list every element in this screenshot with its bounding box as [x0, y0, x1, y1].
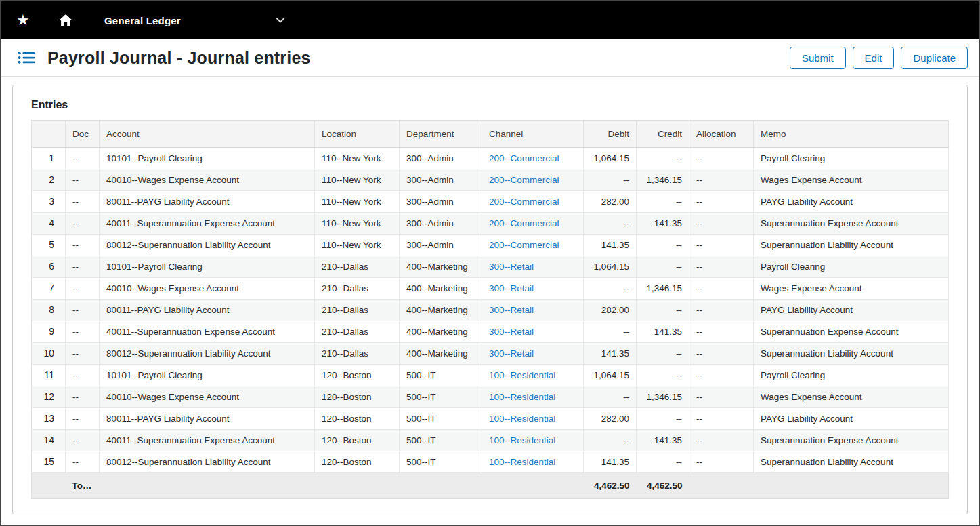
total-spacer-cell [400, 473, 482, 499]
list-icon[interactable] [18, 51, 35, 64]
channel-link[interactable]: 200--Commercial [489, 197, 559, 207]
total-debit: 4,462.50 [584, 473, 637, 499]
page-title: Payroll Journal - Journal entries [47, 48, 311, 68]
column-header-credit: Credit [637, 121, 689, 148]
location-cell: 120--Boston [315, 408, 400, 430]
allocation-cell: -- [689, 365, 754, 386]
channel-link[interactable]: 300--Retail [489, 327, 534, 337]
channel-link[interactable]: 100--Residential [489, 392, 555, 402]
doc-cell: -- [66, 300, 100, 321]
entries-table: DocAccountLocationDepartmentChannelDebit… [31, 120, 949, 499]
channel-link[interactable]: 100--Residential [489, 457, 555, 467]
channel-cell: 200--Commercial [482, 213, 584, 235]
entry-row: 8--80011--PAYG Liability Account210--Dal… [32, 300, 949, 321]
credit-cell: -- [637, 191, 689, 213]
home-icon[interactable] [58, 14, 73, 27]
channel-cell: 300--Retail [482, 343, 584, 365]
total-credit: 4,462.50 [637, 473, 689, 499]
num-cell: 4 [32, 213, 66, 235]
channel-cell: 100--Residential [482, 408, 584, 430]
credit-cell: -- [637, 148, 689, 169]
doc-cell: -- [66, 148, 100, 169]
department-cell: 500--IT [400, 408, 482, 430]
doc-cell: -- [66, 278, 100, 300]
allocation-cell: -- [689, 169, 754, 191]
entries-section-title: Entries [31, 99, 949, 111]
credit-cell: -- [637, 408, 689, 430]
department-cell: 500--IT [400, 430, 482, 451]
total-label: Total [66, 473, 100, 499]
memo-cell: Payroll Clearing [754, 148, 949, 169]
channel-link[interactable]: 200--Commercial [489, 218, 559, 228]
num-cell: 6 [32, 256, 66, 278]
channel-cell: 200--Commercial [482, 235, 584, 256]
memo-cell: Superannuation Liability Account [754, 451, 949, 473]
department-cell: 400--Marketing [400, 256, 482, 278]
channel-link[interactable]: 300--Retail [489, 262, 534, 272]
account-cell: 40011--Superannuation Expense Account [100, 430, 315, 451]
doc-cell: -- [66, 321, 100, 343]
num-cell: 12 [32, 386, 66, 408]
debit-cell: 141.35 [584, 451, 637, 473]
location-cell: 210--Dallas [315, 321, 400, 343]
account-cell: 80011--PAYG Liability Account [100, 300, 315, 321]
channel-link[interactable]: 200--Commercial [489, 153, 559, 163]
channel-link[interactable]: 300--Retail [489, 348, 534, 359]
num-cell: 10 [32, 343, 66, 365]
column-header-allocation: Allocation [689, 121, 754, 148]
num-cell: 13 [32, 408, 66, 430]
channel-link[interactable]: 300--Retail [489, 283, 534, 294]
memo-cell: PAYG Liability Account [754, 300, 949, 321]
entry-row: 6--10101--Payroll Clearing210--Dallas400… [32, 256, 949, 278]
module-selector-dropdown[interactable]: General Ledger [104, 15, 289, 26]
debit-cell: -- [584, 213, 637, 235]
header-row: DocAccountLocationDepartmentChannelDebit… [32, 121, 949, 148]
debit-cell: 1,064.15 [584, 365, 637, 386]
channel-cell: 300--Retail [482, 278, 584, 300]
credit-cell: 1,346.15 [637, 169, 689, 191]
allocation-cell: -- [689, 256, 754, 278]
duplicate-button[interactable]: Duplicate [901, 47, 968, 69]
location-cell: 110--New York [315, 213, 400, 235]
allocation-cell: -- [689, 213, 754, 235]
entry-row: 4--40011--Superannuation Expense Account… [32, 213, 949, 235]
favorites-star-icon[interactable]: ★ [16, 13, 34, 28]
channel-link[interactable]: 200--Commercial [489, 175, 559, 185]
total-spacer-cell [100, 473, 315, 499]
allocation-cell: -- [689, 148, 754, 169]
account-cell: 40011--Superannuation Expense Account [100, 213, 315, 235]
account-cell: 80012--Superannuation Liability Account [100, 235, 315, 256]
content-area: Entries DocAccountLocationDepartmentChan… [1, 77, 979, 524]
memo-cell: Superannuation Expense Account [754, 321, 949, 343]
channel-link[interactable]: 100--Residential [489, 413, 555, 424]
credit-cell: 1,346.15 [637, 278, 689, 300]
account-cell: 10101--Payroll Clearing [100, 148, 315, 169]
debit-cell: 282.00 [584, 408, 637, 430]
department-cell: 500--IT [400, 451, 482, 473]
channel-link[interactable]: 200--Commercial [489, 240, 559, 250]
entries-table-body: 1--10101--Payroll Clearing110--New York3… [32, 148, 949, 473]
module-selector-label: General Ledger [104, 15, 181, 26]
location-cell: 210--Dallas [315, 278, 400, 300]
allocation-cell: -- [689, 451, 754, 473]
channel-link[interactable]: 300--Retail [489, 305, 534, 315]
allocation-cell: -- [689, 191, 754, 213]
submit-button[interactable]: Submit [790, 47, 846, 69]
location-cell: 120--Boston [315, 365, 400, 386]
doc-cell: -- [66, 365, 100, 386]
location-cell: 120--Boston [315, 451, 400, 473]
location-cell: 110--New York [315, 191, 400, 213]
total-spacer-cell [315, 473, 400, 499]
page-header: Payroll Journal - Journal entries Submit… [1, 39, 979, 77]
allocation-cell: -- [689, 278, 754, 300]
debit-cell: 282.00 [584, 191, 637, 213]
allocation-cell: -- [689, 408, 754, 430]
channel-link[interactable]: 100--Residential [489, 370, 555, 380]
channel-link[interactable]: 100--Residential [489, 435, 555, 445]
allocation-cell: -- [689, 343, 754, 365]
location-cell: 210--Dallas [315, 343, 400, 365]
account-cell: 40010--Wages Expense Account [100, 169, 315, 191]
department-cell: 400--Marketing [400, 343, 482, 365]
entry-row: 9--40011--Superannuation Expense Account… [32, 321, 949, 343]
edit-button[interactable]: Edit [853, 47, 895, 69]
